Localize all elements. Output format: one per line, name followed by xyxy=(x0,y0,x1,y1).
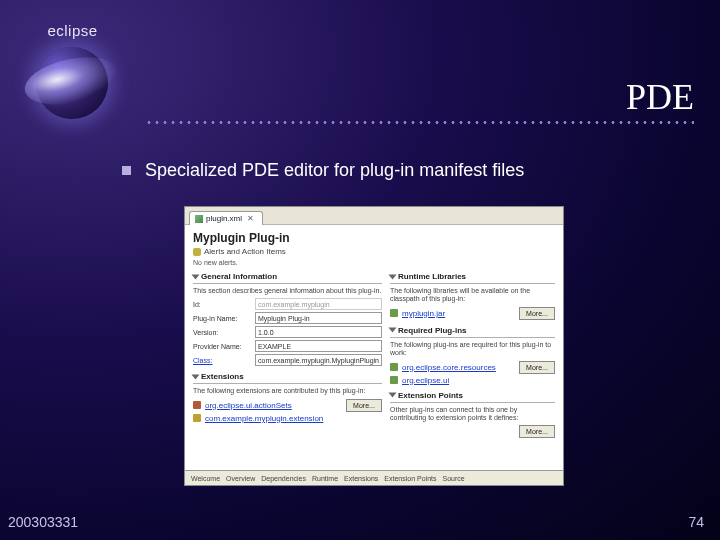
field-value-id: com.example.myplugin xyxy=(255,298,382,310)
bottom-tab[interactable]: Overview xyxy=(226,475,255,482)
section-heading: Extension Points xyxy=(398,391,463,400)
section-extensions: Extensions The following extensions are … xyxy=(193,372,382,422)
close-icon[interactable]: ✕ xyxy=(247,214,254,223)
field-label-provider: Provider Name: xyxy=(193,343,251,350)
twistie-icon[interactable] xyxy=(192,274,200,279)
jar-icon xyxy=(390,309,398,317)
pde-editor-screenshot: plugin.xml ✕ Myplugin Plug-in Alerts and… xyxy=(184,206,564,486)
field-input-name[interactable]: Myplugin Plug-in xyxy=(255,312,382,324)
field-input-version[interactable]: 1.0.0 xyxy=(255,326,382,338)
section-extension-points: Extension Points Other plug-ins can conn… xyxy=(390,391,555,439)
field-label-class[interactable]: Class: xyxy=(193,357,251,364)
editor-body: Myplugin Plug-in Alerts and Action Items… xyxy=(185,225,563,470)
logo-orb-icon xyxy=(28,37,118,127)
field-label-version: Version: xyxy=(193,329,251,336)
doc-title: Myplugin Plug-in xyxy=(193,231,555,245)
extension-link[interactable]: org.eclipse.ui.actionSets xyxy=(205,401,292,410)
footer-id: 200303331 xyxy=(8,514,78,530)
more-button[interactable]: More... xyxy=(346,399,382,412)
section-required: Required Plug-ins The following plug-ins… xyxy=(390,326,555,385)
section-desc: The following extensions are contributed… xyxy=(193,387,382,395)
field-input-provider[interactable]: EXAMPLE xyxy=(255,340,382,352)
field-input-class[interactable]: com.example.myplugin.MypluginPlugin xyxy=(255,354,382,366)
section-heading: Runtime Libraries xyxy=(398,272,466,281)
editor-bottom-tabs: Welcome Overview Dependencies Runtime Ex… xyxy=(185,470,563,485)
extension-icon xyxy=(193,401,201,409)
required-link[interactable]: org.eclipse.core.resources xyxy=(402,363,496,372)
bottom-tab[interactable]: Runtime xyxy=(312,475,338,482)
field-label-id: Id: xyxy=(193,301,251,308)
bottom-tab[interactable]: Extensions xyxy=(344,475,378,482)
editor-tab-pluginxml[interactable]: plugin.xml ✕ xyxy=(189,211,263,225)
more-button[interactable]: More... xyxy=(519,361,555,374)
section-desc: The following plug-ins are required for … xyxy=(390,341,555,358)
section-heading: Extensions xyxy=(201,372,244,381)
tab-label: plugin.xml xyxy=(206,214,242,223)
twistie-icon[interactable] xyxy=(192,374,200,379)
bottom-tab[interactable]: Welcome xyxy=(191,475,220,482)
twistie-icon[interactable] xyxy=(389,274,397,279)
alert-icon xyxy=(193,248,201,256)
alerts-row: Alerts and Action Items xyxy=(193,247,555,256)
plugin-icon xyxy=(390,376,398,384)
section-heading: Required Plug-ins xyxy=(398,326,466,335)
extension-icon xyxy=(193,414,201,422)
eclipse-logo: eclipse xyxy=(0,18,145,128)
required-link[interactable]: org.eclipse.ui xyxy=(402,376,449,385)
section-general: General Information This section describ… xyxy=(193,272,382,366)
more-button[interactable]: More... xyxy=(519,307,555,320)
twistie-icon[interactable] xyxy=(389,393,397,398)
more-button[interactable]: More... xyxy=(519,425,555,438)
square-bullet-icon xyxy=(122,166,131,175)
field-label-name: Plug-in Name: xyxy=(193,315,251,322)
bottom-tab[interactable]: Source xyxy=(442,475,464,482)
bottom-tab[interactable]: Extension Points xyxy=(384,475,436,482)
alerts-label: Alerts and Action Items xyxy=(204,247,286,256)
bullet-item: Specialized PDE editor for plug-in manif… xyxy=(122,160,524,181)
plugin-icon xyxy=(390,363,398,371)
footer-page-number: 74 xyxy=(688,514,704,530)
twistie-icon[interactable] xyxy=(389,328,397,333)
plugin-file-icon xyxy=(195,215,203,223)
section-desc: Other plug-ins can connect to this one b… xyxy=(390,406,555,423)
section-heading: General Information xyxy=(201,272,277,281)
bullet-text: Specialized PDE editor for plug-in manif… xyxy=(145,160,524,181)
section-runtime: Runtime Libraries The following librarie… xyxy=(390,272,555,320)
title-divider xyxy=(145,120,694,125)
bottom-tab[interactable]: Dependencies xyxy=(261,475,306,482)
no-alerts-text: No new alerts. xyxy=(193,259,555,266)
slide-title: PDE xyxy=(626,76,694,118)
section-desc: This section describes general informati… xyxy=(193,287,382,295)
section-desc: The following libraries will be availabl… xyxy=(390,287,555,304)
editor-tab-strip: plugin.xml ✕ xyxy=(185,207,563,225)
extension-link[interactable]: com.example.myplugin.extension xyxy=(205,414,323,423)
runtime-lib-link[interactable]: myplugin.jar xyxy=(402,309,445,318)
